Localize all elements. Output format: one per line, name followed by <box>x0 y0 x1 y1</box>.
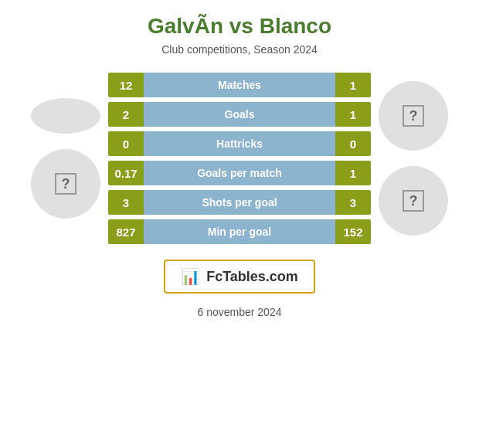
left-avatar-placeholder: ? <box>55 173 76 195</box>
logo-icon: 📊 <box>181 267 200 286</box>
logo-area: 📊 FcTables.com <box>164 260 315 294</box>
stat-row-5: 827Min per goal152 <box>108 219 371 244</box>
stat-label-3: Goals per match <box>144 161 335 185</box>
stat-row-0: 12Matches1 <box>108 73 371 97</box>
right-avatar-placeholder-bottom: ? <box>403 190 424 212</box>
logo-box: 📊 FcTables.com <box>164 260 315 294</box>
stat-label-2: Hattricks <box>144 131 335 156</box>
stat-label-4: Shots per goal <box>144 190 335 215</box>
stats-bars: 12Matches12Goals10Hattricks00.17Goals pe… <box>108 73 371 244</box>
stat-row-3: 0.17Goals per match1 <box>108 161 371 185</box>
stat-left-val-3: 0.17 <box>108 161 144 185</box>
stat-right-val-2: 0 <box>335 131 371 156</box>
stat-row-4: 3Shots per goal3 <box>108 190 371 215</box>
right-avatar-placeholder-top: ? <box>403 105 424 127</box>
stat-right-val-5: 152 <box>335 219 371 244</box>
stat-label-5: Min per goal <box>144 219 335 244</box>
stat-right-val-1: 1 <box>335 102 371 127</box>
page-subtitle: Club competitions, Season 2024 <box>161 43 318 56</box>
stat-right-val-0: 1 <box>335 73 371 97</box>
page-title: GalvÃ­n vs Blanco <box>148 14 331 39</box>
stat-label-1: Goals <box>144 102 335 127</box>
stat-left-val-5: 827 <box>108 219 144 244</box>
right-avatar-circle-bottom: ? <box>379 166 448 236</box>
left-player-avatars: ? <box>31 98 100 219</box>
stats-area: ? 12Matches12Goals10Hattricks00.17Goals … <box>8 73 471 244</box>
right-player-avatars: ? ? <box>379 81 448 236</box>
stat-right-val-3: 1 <box>335 161 371 185</box>
stat-left-val-2: 0 <box>108 131 144 156</box>
stat-row-1: 2Goals1 <box>108 102 371 127</box>
stat-left-val-0: 12 <box>108 73 144 97</box>
left-avatar-oval <box>31 98 100 134</box>
stat-left-val-4: 3 <box>108 190 144 215</box>
stat-row-2: 0Hattricks0 <box>108 131 371 156</box>
right-avatar-circle-top: ? <box>379 81 448 151</box>
page: GalvÃ­n vs Blanco Club competitions, Sea… <box>0 0 479 448</box>
left-avatar-circle: ? <box>31 149 100 219</box>
logo-text: FcTables.com <box>206 269 298 285</box>
footer-date: 6 november 2024 <box>198 306 282 318</box>
stat-left-val-1: 2 <box>108 102 144 127</box>
stat-right-val-4: 3 <box>335 190 371 215</box>
stat-label-0: Matches <box>144 73 335 97</box>
